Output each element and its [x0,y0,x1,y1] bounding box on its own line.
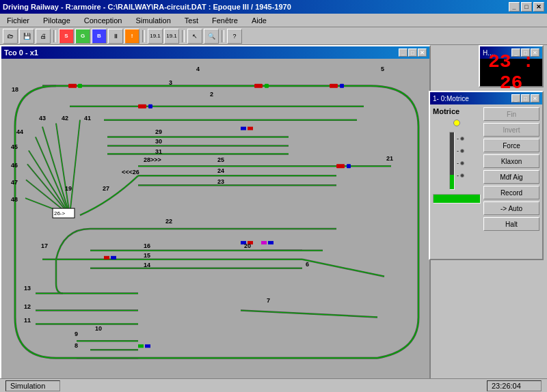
auto-button[interactable]: -> Auto [483,201,539,215]
svg-text:19: 19 [65,185,72,192]
tco-close-btn[interactable]: ✕ [418,48,427,57]
toolbar-btn-11[interactable]: ↖ [187,29,202,44]
svg-text:28>>>: 28>>> [144,156,161,163]
motrice-ind-2: - [457,148,464,154]
toolbar-btn-6[interactable]: B [92,29,107,44]
motrice-power-indicator [433,194,481,204]
toolbar-sep-2 [142,30,145,42]
motrice-status-dot [453,120,460,126]
svg-rect-78 [261,241,267,244]
toolbar-btn-3[interactable]: 🖨 [36,29,51,44]
status-bar: Simulation 23:26:04 [0,378,547,392]
svg-text:17: 17 [41,242,48,249]
motrice-dot-4 [460,173,464,178]
motrice-minimize-btn[interactable]: _ [511,94,520,102]
motrice-gauge-row: - - - - [433,132,481,190]
svg-text:45: 45 [11,143,18,150]
toolbar-btn-9[interactable]: 19.1 [148,29,163,44]
tco-window: Tco 0 - x1 _ □ ✕ [0,45,431,392]
toolbar-btn-13[interactable]: ? [227,29,242,44]
toolbar-btn-10[interactable]: 19.1 [164,29,179,44]
klaxon-button[interactable]: Klaxon [483,154,539,168]
force-button[interactable]: Force [483,139,539,152]
svg-text:21: 21 [386,155,393,162]
clock-time: 23 : 26 [481,51,541,94]
motrice-label: Motrice [433,107,481,115]
toolbar-sep-1 [53,30,56,42]
mdf-aig-button[interactable]: Mdf Aig [483,170,539,184]
toolbar-btn-1[interactable]: 🗁 [3,29,18,44]
app-close-btn[interactable]: ✕ [533,2,544,12]
motrice-buttons-panel: Fin Invert Force Klaxon Mdf Aig Record -… [483,107,539,256]
clock-display: 23 : 26 [480,59,542,86]
status-right-text: 23:26:04 [492,382,521,390]
svg-text:42: 42 [62,115,68,122]
toolbar-btn-4[interactable]: S [59,29,74,44]
svg-text:<<<26: <<<26 [122,169,139,176]
svg-rect-63 [148,104,152,109]
app-title-bar: Driving Railway - R:armoire - C:\RAILWAY… [0,0,547,14]
toolbar-btn-7[interactable]: ⏸ [108,29,123,44]
svg-text:20: 20 [244,242,251,249]
railway-diagram: 26-> 4 5 18 3 2 43 42 [1,59,429,391]
svg-text:46: 46 [11,162,18,169]
menu-fichier[interactable]: Fichier [3,15,34,26]
menu-simulation[interactable]: Simulation [131,15,174,26]
app-minimize-btn[interactable]: _ [509,2,520,12]
status-simulation: Simulation [5,380,60,391]
tco-window-controls: _ □ ✕ [399,48,427,57]
menu-aide[interactable]: Aide [248,15,271,26]
invert-button[interactable]: Invert [483,123,539,137]
svg-text:8: 8 [75,342,78,349]
svg-text:3: 3 [169,79,172,86]
motrice-ind-4: - [457,172,464,179]
status-time: 23:26:04 [487,380,542,391]
halt-button[interactable]: Halt [483,217,539,231]
toolbar-btn-5[interactable]: G [75,29,90,44]
motrice-window-controls: _ □ ✕ [511,94,539,102]
toolbar-btn-12[interactable]: 🔍 [204,29,219,44]
svg-rect-61 [78,84,82,88]
tco-content[interactable]: 26-> 4 5 18 3 2 43 42 [1,59,429,391]
clock-window: H.... _ □ ✕ 23 : 26 [479,45,544,87]
svg-rect-64 [254,84,263,88]
tco-title-bar: Tco 0 - x1 _ □ ✕ [1,46,429,59]
main-area: Tco 0 - x1 _ □ ✕ [0,45,547,392]
fin-button[interactable]: Fin [483,107,539,121]
tco-minimize-btn[interactable]: _ [399,48,408,57]
svg-rect-69 [347,164,351,168]
svg-text:31: 31 [155,148,162,155]
svg-text:6: 6 [306,261,309,268]
svg-text:18: 18 [12,86,18,93]
svg-text:47: 47 [11,179,18,186]
tco-maximize-btn[interactable]: □ [408,48,417,57]
svg-rect-68 [336,164,345,168]
app-maximize-btn[interactable]: □ [521,2,532,12]
motrice-maximize-btn[interactable]: □ [521,94,530,102]
record-button[interactable]: Record [483,186,539,199]
motrice-speed-fill [450,175,454,189]
status-left-text: Simulation [10,382,45,390]
toolbar-btn-8[interactable]: ! [124,29,139,44]
svg-rect-62 [138,104,146,109]
svg-text:9: 9 [75,331,78,337]
menu-pilotage[interactable]: Pilotage [39,15,75,26]
svg-rect-0 [1,59,429,391]
motrice-close-btn[interactable]: ✕ [531,94,539,102]
svg-text:25: 25 [217,156,224,163]
svg-text:16: 16 [144,242,150,249]
menu-bar: Fichier Pilotage Conception Simulation T… [0,14,547,27]
menu-test[interactable]: Test [181,15,202,26]
svg-text:4: 4 [196,66,200,72]
svg-text:5: 5 [381,66,384,72]
svg-text:14: 14 [144,262,150,268]
svg-rect-72 [241,127,246,130]
menu-conception[interactable]: Conception [80,15,126,26]
toolbar-btn-2[interactable]: 💾 [19,29,34,44]
menu-fenetre[interactable]: Fenêtre [208,15,242,26]
svg-text:11: 11 [24,317,31,324]
motrice-title-bar: 1- 0:Motrice _ □ ✕ [430,92,542,104]
svg-text:29: 29 [155,128,162,135]
motrice-dot-3 [460,161,464,165]
motrice-speed-gauge [449,132,455,190]
